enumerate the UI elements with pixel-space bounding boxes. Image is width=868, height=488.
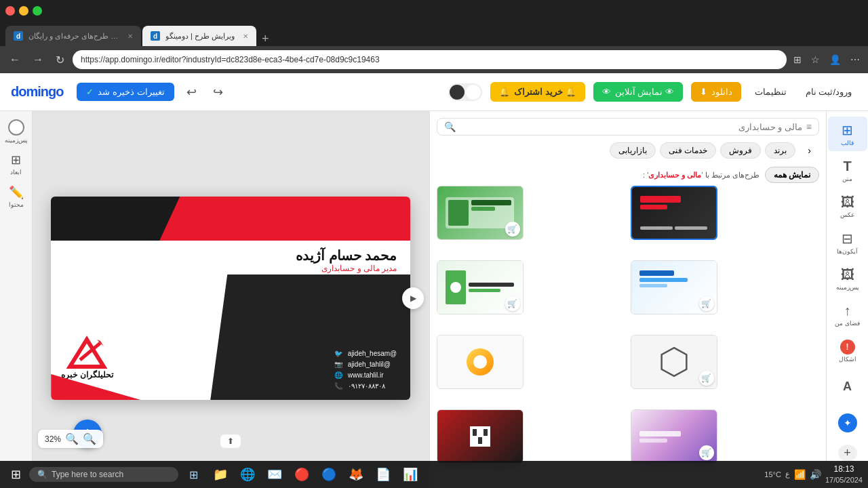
sidebar-item-text2[interactable]: A — [828, 370, 867, 405]
search-icon: 🔍 — [444, 121, 456, 132]
dark-mode-dot — [450, 85, 465, 100]
template-1-cart[interactable]: 🛒 — [505, 222, 520, 237]
shapes-label: اشکال — [839, 356, 856, 363]
contact-phone: ۰۹۱۲۷۰۸۸۳۰۸ 📞 — [334, 382, 397, 390]
maximize-window-button[interactable] — [33, 6, 42, 16]
t1-line1 — [471, 200, 511, 205]
template-7-preview — [437, 410, 523, 463]
extensions-button[interactable]: ⊞ — [791, 52, 804, 68]
website-text: www.tahlil.ir — [348, 371, 384, 379]
sidebar-item-image[interactable]: 🖼 عکس — [828, 189, 867, 224]
qr-cell3 — [484, 429, 488, 436]
taskbar-mail[interactable]: ✉️ — [262, 462, 287, 487]
sidebar-item-ai[interactable]: ✦ — [828, 406, 867, 441]
template-4-inner — [639, 270, 708, 305]
show-all-button[interactable]: نمایش همه — [765, 167, 819, 183]
template-8-cart[interactable]: 🛒 — [699, 445, 714, 460]
tag-sales[interactable]: فروش — [720, 142, 761, 159]
back-button[interactable]: ← — [5, 51, 24, 68]
taskbar-view-button[interactable]: ⊞ — [181, 462, 205, 487]
card-red-top — [159, 197, 410, 241]
template-card-5[interactable] — [437, 335, 524, 389]
taskbar-excel[interactable]: 📊 — [398, 462, 422, 487]
taskbar-chrome[interactable]: 🔵 — [317, 462, 341, 487]
taskbar-edge[interactable]: 🌐 — [235, 462, 260, 487]
text-icon: T — [843, 159, 851, 174]
tab-templates-close[interactable]: ✕ — [127, 33, 133, 40]
settings-link[interactable]: تنظیمات — [749, 87, 792, 97]
volume-icon: 🔊 — [810, 469, 821, 480]
template-card-4[interactable]: 🛒 — [631, 260, 717, 314]
tag-marketing[interactable]: بازاریابی — [610, 142, 656, 159]
online-preview-button[interactable]: 👁 نمایش آنلاین 👁 — [593, 82, 683, 102]
page-label: ⬆ — [227, 436, 234, 446]
content-tool[interactable]: ✏️ محتوا — [1, 182, 31, 211]
taskbar-file-explorer[interactable]: 📁 — [208, 462, 233, 487]
add-button[interactable]: + — [838, 445, 857, 462]
undo-button[interactable]: ↩ — [182, 82, 201, 102]
content-icon: ✏️ — [9, 185, 24, 200]
sidebar-item-background[interactable]: 🖼 پس‌زمینه — [828, 262, 867, 296]
filter-icon[interactable]: ≡ — [806, 121, 812, 132]
template-3-cart[interactable]: 🛒 — [505, 296, 520, 311]
login-link[interactable]: ورود/ثبت نام — [800, 87, 857, 97]
text2-icon: A — [843, 380, 852, 394]
more-button[interactable]: ⋯ — [848, 52, 863, 68]
light-mode-dot — [466, 85, 481, 100]
save-button[interactable]: ✓ تغییرات ذخیره شد — [77, 83, 174, 101]
zoom-in-button[interactable]: 🔍 — [65, 432, 79, 445]
sidebar-item-templates[interactable]: ⊞ قالب — [828, 117, 867, 151]
close-window-button[interactable] — [5, 6, 15, 16]
template-card-2[interactable] — [631, 186, 717, 240]
forward-button[interactable]: → — [28, 51, 47, 68]
refresh-button[interactable]: ↻ — [52, 51, 68, 69]
favorites-button[interactable]: ☆ — [808, 52, 823, 68]
twitter-text: @ajideh_hesam — [348, 350, 397, 357]
sidebar-item-myspace[interactable]: ↑ فضای من — [828, 298, 867, 332]
template-card-7[interactable] — [437, 409, 524, 464]
tag-brand[interactable]: برند — [765, 142, 795, 159]
start-button[interactable]: ⊞ — [5, 464, 26, 485]
plus-icon: + — [844, 446, 851, 460]
template-6-cart[interactable]: 🛒 — [699, 371, 714, 386]
minimize-window-button[interactable] — [19, 6, 28, 16]
new-tab-button[interactable]: + — [258, 32, 273, 46]
taskbar-word[interactable]: 📄 — [371, 462, 395, 487]
template-card-8[interactable]: 🛒 — [631, 409, 717, 464]
theme-toggle[interactable] — [448, 83, 482, 101]
template-card-6[interactable]: 🛒 — [631, 335, 717, 389]
tab-editor[interactable]: d ویرایش طرح | دومینگو ✕ — [142, 26, 256, 46]
download-button[interactable]: ⬇ دانلود — [691, 82, 741, 102]
template-search-bar[interactable]: ≡ 🔍 — [437, 118, 820, 136]
taskbar-firefox[interactable]: 🦊 — [344, 462, 368, 487]
sidebar-item-text[interactable]: T متن — [828, 152, 867, 187]
address-bar[interactable]: https://app.domingo.ir/editor?industryId… — [73, 50, 787, 69]
taskbar-tray: 15°C ع 📶 🔊 18:13 17/05/2024 — [764, 464, 863, 485]
dimensions-tool[interactable]: ⊞ ابعاد — [1, 149, 31, 179]
business-card[interactable]: محمد حسام آژیده مدیر مالی و حسابداری @aj… — [51, 197, 410, 400]
sidebar-item-shapes[interactable]: ! اشکال — [828, 333, 867, 368]
contact-twitter: @ajideh_hesam 🐦 — [334, 350, 397, 357]
t4-line1 — [639, 270, 673, 276]
redo-button[interactable]: ↪ — [209, 82, 227, 102]
template-card-1[interactable]: 🛒 — [437, 186, 524, 240]
zoom-out-button[interactable]: 🔍 — [83, 432, 96, 445]
buy-subscription-button[interactable]: 🔔 خرید اشتراک 🔔 — [490, 82, 585, 102]
tab-editor-close[interactable]: ✕ — [243, 33, 248, 40]
template-4-cart[interactable]: 🛒 — [699, 296, 714, 311]
t5-logo — [467, 348, 494, 375]
tag-prev[interactable]: ‹ — [800, 142, 819, 159]
taskbar-red-app[interactable]: 🔴 — [290, 462, 314, 487]
network-icon: 📶 — [794, 469, 806, 480]
tab-templates[interactable]: d قالب‌ها و طرح‌های حرفه‌ای و رایگان ✕ — [5, 26, 141, 46]
tab-icon-templates: d — [14, 31, 23, 41]
background-tool[interactable]: پس‌زمینه — [1, 117, 31, 146]
expand-button[interactable]: ▶ — [402, 287, 424, 309]
sidebar-item-icons[interactable]: ⊟ آیکون‌ها — [828, 225, 867, 260]
tag-technical[interactable]: خدمات فنی — [660, 142, 716, 159]
template-search-input[interactable] — [460, 122, 802, 132]
taskbar-search[interactable]: 🔍 Type here to search — [29, 467, 178, 482]
address-text: https://app.domingo.ir/editor?industryId… — [81, 55, 778, 64]
template-card-3[interactable]: 🛒 — [437, 260, 524, 314]
profile-button[interactable]: 👤 — [827, 52, 844, 68]
